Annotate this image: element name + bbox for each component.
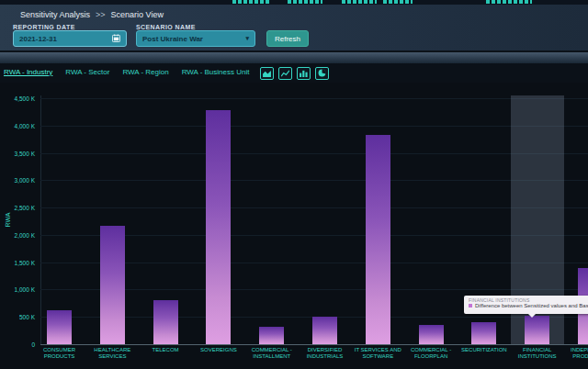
breadcrumb: Sensitivity Analysis>>Scenario View: [20, 10, 164, 19]
top-nav-item-clipped[interactable]: [342, 0, 377, 4]
bar-sovereigns[interactable]: [206, 110, 231, 344]
y-tick-label: 2,000 K: [0, 232, 35, 239]
panel-header-band: [0, 52, 588, 63]
breadcrumb-current: Scenario View: [111, 10, 164, 19]
bar-financial-institutions[interactable]: [525, 316, 549, 344]
x-category-label: COMMERCIAL - INSTALLMENT: [245, 347, 299, 360]
chart-tabs-row: RWA - Industry RWA - Sector RWA - Region…: [0, 63, 588, 83]
tab-rwa-region[interactable]: RWA - Region: [122, 68, 168, 78]
chart-type-toolbar: [260, 67, 329, 80]
y-tick-label: 4,500 K: [0, 95, 35, 102]
x-category-label: IT SERVICES AND SOFTWARE: [351, 347, 404, 360]
tooltip-series-bullet-icon: [469, 304, 472, 308]
top-nav-item-clipped[interactable]: [288, 0, 322, 4]
area-chart-icon[interactable]: [260, 67, 274, 80]
x-axis-line: [40, 344, 588, 345]
x-category-label: INDEPENDENT PRODUCERS: [564, 347, 588, 360]
gridline: [40, 126, 588, 127]
gridline: [40, 153, 588, 154]
gridline: [40, 180, 588, 181]
y-tick-label: 4,000 K: [0, 123, 35, 129]
x-category-label: HEALTHCARE SERVICES: [85, 347, 139, 360]
line-chart-icon[interactable]: [278, 67, 292, 80]
y-tick-label: 3,000 K: [0, 177, 35, 184]
reporting-date-value: 2021-12-31: [19, 35, 112, 43]
y-tick-label: 1,500 K: [0, 260, 35, 266]
bar-diversified-industrials[interactable]: [312, 317, 337, 344]
refresh-button[interactable]: Refresh: [266, 30, 309, 47]
x-category-label: FINANCIAL INSTITUTIONS: [511, 347, 564, 360]
gridline: [40, 207, 588, 208]
pie-chart-icon[interactable]: [315, 67, 329, 80]
scenario-name-select[interactable]: Post Ukraine War ▾: [136, 30, 255, 47]
calendar-icon[interactable]: [112, 34, 120, 44]
bar-commercial-installment[interactable]: [259, 327, 284, 344]
gridline: [40, 98, 588, 99]
tab-rwa-industry[interactable]: RWA - Industry: [4, 68, 52, 78]
bar-telecom[interactable]: [153, 300, 178, 344]
bar-it-services-and-software[interactable]: [366, 135, 390, 344]
tooltip-caret: [528, 314, 536, 318]
breadcrumb-separator: >>: [96, 10, 106, 19]
y-axis-line: [40, 95, 41, 344]
scenario-name-value: Post Ukraine War: [142, 35, 245, 43]
scenario-name-label: SCENARIO NAME: [136, 24, 196, 30]
y-tick-label: 2,500 K: [0, 205, 35, 211]
app-window: Sensitivity Analysis>>Scenario View REPO…: [0, 0, 588, 369]
tab-rwa-sector[interactable]: RWA - Sector: [65, 68, 109, 78]
y-tick-label: 0: [0, 341, 35, 348]
tab-rwa-business-unit[interactable]: RWA - Business Unit: [182, 68, 250, 78]
filter-panel: Sensitivity Analysis>>Scenario View REPO…: [0, 5, 588, 52]
x-category-label: DIVERSIFIED INDUSTRIALS: [299, 347, 352, 360]
y-tick-label: 500 K: [0, 314, 35, 320]
reporting-date-label: REPORTING DATE: [13, 24, 75, 30]
bar-consumer-products[interactable]: [47, 310, 72, 344]
x-category-label: SECURITIZATION: [458, 347, 511, 353]
x-category-label: CONSUMER PRODUCTS: [33, 347, 86, 360]
top-nav-item-clipped[interactable]: [232, 0, 269, 4]
bar-chart-icon[interactable]: [297, 67, 311, 80]
breadcrumb-parent[interactable]: Sensitivity Analysis: [20, 10, 90, 19]
bar-healthcare-services[interactable]: [100, 226, 125, 344]
x-category-label: COMMERCIAL - FLOORPLAN: [404, 347, 458, 360]
chart-tooltip: FINANCIAL INSTITUTIONS Difference betwee…: [464, 296, 588, 314]
bar-commercial-floorplan[interactable]: [419, 325, 444, 344]
tooltip-text: Difference between Sensitized values and…: [475, 303, 588, 308]
x-category-label: TELECOM: [139, 347, 192, 353]
x-category-label: SOVEREIGNS: [192, 347, 245, 353]
reporting-date-input[interactable]: 2021-12-31: [13, 30, 127, 47]
top-nav-item-clipped[interactable]: [486, 0, 532, 4]
bar-securitization[interactable]: [471, 322, 496, 344]
chevron-down-icon: ▾: [245, 35, 249, 42]
top-nav-item-clipped[interactable]: [383, 0, 413, 4]
y-tick-label: 3,500 K: [0, 151, 35, 157]
rwa-bar-chart: RWA 0500 K1,000 K1,500 K2,000 K2,500 K3,…: [0, 83, 588, 369]
y-tick-label: 1,000 K: [0, 286, 35, 293]
